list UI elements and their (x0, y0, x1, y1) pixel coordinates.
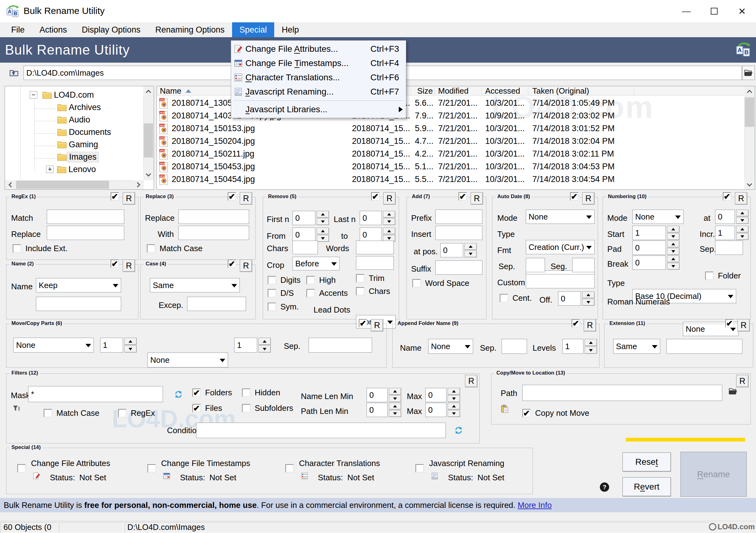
move-copy-reset-button[interactable]: R (371, 319, 383, 331)
tree-label-selected[interactable]: Images (67, 152, 99, 162)
more-info-link[interactable]: More Info (518, 500, 552, 510)
off-input[interactable] (558, 292, 581, 306)
excep-input[interactable] (187, 297, 246, 311)
spin-down[interactable] (317, 218, 329, 225)
move-copy-to-select[interactable]: None (148, 352, 228, 367)
incr-input[interactable] (715, 226, 735, 240)
spin-up[interactable] (585, 339, 597, 346)
spin-down[interactable] (389, 410, 401, 417)
start-input[interactable] (633, 226, 666, 240)
spin-up[interactable] (667, 240, 680, 247)
ds-checkbox[interactable] (268, 289, 276, 297)
name-reset-button[interactable]: R (123, 260, 135, 272)
change-file-attributes-checkbox[interactable] (17, 464, 26, 472)
suffix-input[interactable] (435, 261, 482, 275)
list-scroll-down[interactable] (744, 180, 755, 190)
tree-label[interactable]: Gaming (67, 140, 100, 150)
spin-down[interactable] (667, 233, 680, 240)
character-translations-checkbox[interactable] (285, 464, 294, 472)
menu-actions[interactable]: Actions (32, 22, 75, 37)
crop-input[interactable] (356, 256, 394, 270)
spin-down[interactable] (582, 299, 595, 306)
remove-reset-button[interactable]: R (383, 192, 396, 205)
spin-up[interactable] (389, 388, 401, 395)
auto-date-seg-input[interactable] (572, 258, 595, 272)
spin-up[interactable] (317, 228, 329, 235)
to-input[interactable] (360, 228, 382, 242)
help-icon[interactable]: ? (600, 483, 609, 492)
filters-reset-button[interactable]: R (465, 375, 477, 387)
extension-enabled-checkbox[interactable] (725, 319, 734, 327)
spin-down[interactable] (317, 235, 329, 242)
revert-button[interactable]: Revert (622, 477, 671, 496)
name-text-input[interactable] (36, 297, 121, 311)
folders-checkbox[interactable] (192, 388, 201, 397)
tree-label[interactable]: LO4D.com (52, 90, 96, 100)
extension-input[interactable] (666, 339, 742, 354)
tree-scroll-thumb[interactable] (144, 124, 153, 157)
case-enabled-checkbox[interactable] (228, 260, 236, 268)
menu-special[interactable]: Special (232, 22, 275, 37)
column-header-size[interactable]: Size (412, 86, 433, 96)
spin-up[interactable] (465, 243, 477, 250)
spin-down[interactable] (465, 251, 477, 257)
regex-enabled-checkbox[interactable] (111, 192, 119, 201)
spin-up[interactable] (317, 211, 329, 218)
files-checkbox[interactable] (192, 404, 201, 412)
menu-display-options[interactable]: Display Options (74, 22, 148, 37)
copy-not-move-checkbox[interactable] (522, 409, 531, 417)
spin-up[interactable] (383, 228, 395, 235)
spin-up[interactable] (582, 292, 595, 298)
tree-item-archives[interactable]: Archives (57, 101, 103, 113)
add-enabled-checkbox[interactable] (459, 192, 467, 201)
append-folder-reset-button[interactable]: R (584, 319, 596, 331)
mask-input[interactable] (28, 386, 163, 402)
first-n-input[interactable] (292, 211, 315, 225)
digits-checkbox[interactable] (268, 276, 276, 284)
tree-item-root[interactable]: − LO4D.com (30, 89, 96, 101)
column-header-name[interactable]: Name (160, 86, 191, 96)
numbering-enabled-checkbox[interactable] (723, 192, 731, 201)
spin-up[interactable] (667, 256, 680, 262)
spin-down[interactable] (667, 263, 680, 270)
copy-move-reset-button[interactable]: R (736, 375, 748, 387)
spin-down[interactable] (585, 347, 597, 354)
name-enabled-checkbox[interactable] (111, 260, 119, 268)
sym-checkbox[interactable] (268, 303, 276, 311)
spin-up[interactable] (124, 338, 137, 345)
refresh-icon[interactable] (174, 390, 183, 399)
menu-item-change-file-timestamps[interactable]: Change File Timestamps... Ctrl+F4 (231, 56, 406, 70)
path-len-max-input[interactable] (425, 403, 446, 417)
close-button[interactable]: ✕ (728, 0, 756, 22)
tree-item-gaming[interactable]: Gaming (57, 138, 100, 151)
menu-renaming-options[interactable]: Renaming Options (148, 22, 232, 37)
trim-checkbox[interactable] (356, 274, 364, 282)
tree-item-documents[interactable]: Documents (57, 126, 113, 138)
spin-down[interactable] (389, 395, 401, 402)
extension-reset-button[interactable]: R (738, 319, 750, 331)
spin-down[interactable] (736, 217, 748, 224)
file-row[interactable]: JPG 20180714_150211.jpg20180714_15...4.2… (157, 148, 755, 160)
collapse-icon[interactable]: − (30, 91, 37, 98)
last-n-input[interactable] (360, 211, 382, 225)
auto-date-type-select[interactable]: Creation (Curr.) (526, 240, 595, 254)
move-copy-enabled-checkbox[interactable] (359, 319, 367, 327)
tree-scroll-down[interactable] (143, 170, 154, 180)
append-folder-sep-input[interactable] (501, 339, 527, 354)
spin-down[interactable] (736, 233, 748, 240)
auto-date-sep-input[interactable] (526, 258, 545, 272)
tree-item-lenovo[interactable]: + Lenovo (46, 163, 98, 176)
file-row[interactable]: JPG 20180714_150204.jpg20180714_15...4.7… (157, 135, 755, 148)
javascript-renaming-checkbox[interactable] (416, 464, 424, 472)
path-len-min-input[interactable] (366, 403, 388, 417)
with-input[interactable] (178, 226, 249, 240)
case-mode-select[interactable]: Same (150, 278, 240, 293)
numbering-mode-select[interactable]: None (633, 210, 684, 224)
spin-up[interactable] (448, 403, 460, 409)
chars-input[interactable] (292, 240, 318, 254)
file-row[interactable]: JPG 20180714_150153.jpg20180714_15...5.9… (157, 122, 755, 135)
case-reset-button[interactable]: R (240, 260, 252, 272)
chars-checkbox[interactable] (356, 287, 364, 295)
move-copy-n2-input[interactable] (234, 338, 257, 352)
move-copy-n1-input[interactable] (100, 338, 123, 352)
